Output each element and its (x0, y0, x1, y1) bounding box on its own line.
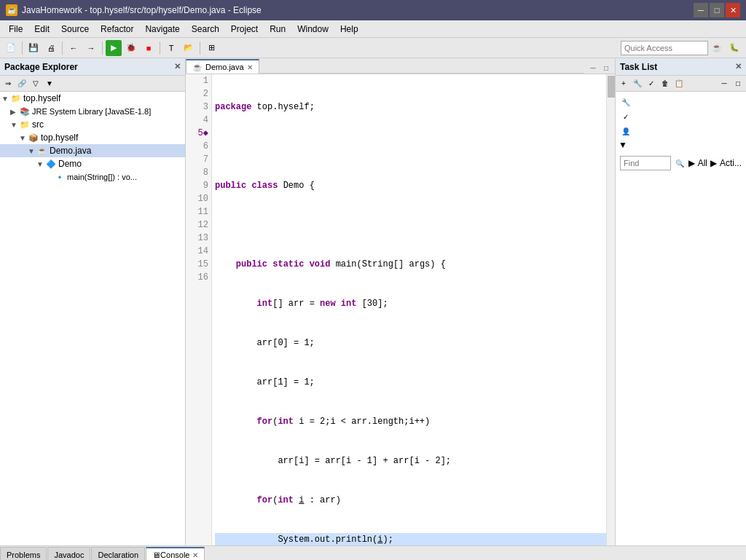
stop-button[interactable]: ■ (141, 40, 157, 56)
menu-source[interactable]: Source (55, 20, 95, 38)
tl-minimize[interactable]: ─ (718, 77, 731, 90)
open-resource-button[interactable]: 📂 (181, 40, 197, 56)
bottom-tab-console[interactable]: 🖥 Console ✕ (146, 547, 205, 560)
console-label: Console (160, 551, 189, 559)
next-edit-button[interactable]: → (83, 40, 99, 56)
prev-edit-button[interactable]: ← (66, 40, 82, 56)
icon-src: 📁 (19, 119, 31, 130)
tl-check2[interactable]: ✓ (619, 109, 633, 124)
debug-button[interactable]: 🐞 (123, 40, 139, 56)
bottom-tab-javadoc[interactable]: Javadoc (47, 547, 90, 560)
tree-item-demo-java[interactable]: ▼ ☕ Demo.java (0, 144, 185, 157)
tree-item-demo-class[interactable]: ▼ 🔷 Demo (0, 157, 185, 170)
tree-item-package[interactable]: ▼ 📦 top.hyself (0, 131, 185, 144)
icon-package: 📦 (28, 132, 39, 143)
perspective-button[interactable]: ⊞ (203, 40, 219, 56)
tab-close-demo[interactable]: ✕ (247, 63, 253, 71)
tl-find-input[interactable] (620, 156, 671, 170)
icon-demo-java: ☕ (36, 145, 48, 157)
pe-link-editor[interactable]: 🔗 (15, 77, 28, 90)
tl-filter-btn[interactable]: 🔧 (631, 77, 644, 90)
package-explorer-tab-close[interactable]: ✕ (174, 62, 181, 71)
maximize-button[interactable]: □ (710, 3, 724, 17)
window-controls: ─ □ ✕ (694, 3, 740, 17)
scrollbar-thumb[interactable] (608, 76, 615, 98)
label-package: top.hyself (41, 133, 78, 143)
code-line-2 (215, 140, 612, 153)
run-button[interactable]: ▶ (106, 40, 122, 56)
editor-tab-demo[interactable]: ☕ Demo.java ✕ (186, 59, 259, 74)
code-line-6: int[] arr = new int [30]; (215, 297, 612, 310)
menu-project[interactable]: Project (225, 20, 264, 38)
tl-add-task[interactable]: + (617, 77, 630, 90)
menu-file[interactable]: File (3, 20, 28, 38)
line-numbers: 1 2 3 4 5◆ 6 7 8 9 10 11 12 13 14 15 16 (186, 74, 212, 545)
label-demo-java: Demo.java (50, 146, 91, 156)
package-explorer-panel: Package Explorer ✕ ⇒ 🔗 ▽ ▼ ▼ 📁 top.hysel… (0, 58, 186, 545)
close-button[interactable]: ✕ (726, 3, 740, 17)
task-list-close[interactable]: ✕ (735, 62, 742, 71)
ln-6: 6 (186, 140, 208, 153)
tree-item-src[interactable]: ▼ 📁 src (0, 118, 185, 131)
icon-main: 🔹 (54, 171, 66, 183)
code-line-7: arr[0] = 1; (215, 336, 612, 350)
menu-search[interactable]: Search (186, 20, 225, 38)
tab-label-demo: Demo.java (205, 63, 244, 71)
tl-purge[interactable]: 📋 (672, 77, 686, 90)
menu-help[interactable]: Help (334, 20, 364, 38)
code-line-10: arr[i] = arr[i - 1] + arr[i - 2]; (215, 454, 612, 468)
pe-filter[interactable]: ▽ (29, 77, 42, 90)
editor-header-controls: ─ □ (584, 62, 615, 74)
tl-all-label[interactable]: All (698, 158, 707, 168)
tree-item-top-hyself[interactable]: ▼ 📁 top.hyself (0, 92, 185, 105)
code-line-1: package top.hyself; (215, 100, 612, 114)
pe-collapse-all[interactable]: ⇒ (1, 77, 15, 90)
print-button[interactable]: 🖨 (43, 40, 59, 56)
menu-refactor[interactable]: Refactor (95, 20, 139, 38)
task-list-title: Task List (620, 62, 657, 72)
arrow-src: ▼ (10, 121, 19, 129)
ln-15: 15 (186, 258, 208, 271)
tab-icon-demo: ☕ (192, 63, 203, 72)
console-tab-close[interactable]: ✕ (192, 551, 198, 559)
tl-toolbar: + 🔧 ✓ 🗑 📋 ─ □ (616, 76, 746, 92)
editor-maximize-btn[interactable]: □ (600, 62, 612, 74)
tl-mark-done[interactable]: ✓ (645, 77, 658, 90)
icon-jre: 📚 (19, 106, 31, 117)
vertical-scrollbar[interactable] (606, 74, 615, 545)
title-text: JavaHomework - top.hyself/src/top/hyself… (22, 5, 694, 15)
tl-delete[interactable]: 🗑 (659, 77, 672, 90)
save-button[interactable]: 💾 (25, 40, 42, 56)
editor-area: ☕ Demo.java ✕ ─ □ 1 2 3 4 5◆ 6 7 8 9 10 (186, 58, 615, 545)
perspective-debug-button[interactable]: 🐛 (726, 40, 743, 56)
tree-item-main-method[interactable]: ▶ 🔹 main(String[]) : vo... (0, 170, 185, 184)
editor-minimize-btn[interactable]: ─ (587, 62, 599, 74)
new-button[interactable]: 📄 (3, 40, 19, 56)
menu-run[interactable]: Run (264, 20, 291, 38)
perspective-java-button[interactable]: ☕ (708, 40, 726, 56)
tree-item-jre[interactable]: ▶ 📚 JRE System Library [JavaSE-1.8] (0, 105, 185, 118)
menu-navigate[interactable]: Navigate (139, 20, 185, 38)
minimize-button[interactable]: ─ (694, 3, 708, 17)
menu-window[interactable]: Window (291, 20, 334, 38)
tab-fill (260, 73, 584, 74)
ln-4: 4 (186, 114, 208, 127)
tl-right-buttons: ─ □ (718, 77, 745, 90)
quick-access-input[interactable] (621, 41, 708, 55)
code-line-4 (215, 218, 612, 232)
task-list-panel: Task List ✕ + 🔧 ✓ 🗑 📋 ─ □ 🔧 ✓ 👤 ▼ 🔍 ▶ (615, 58, 746, 545)
code-area[interactable]: package top.hyself; public class Demo { … (212, 74, 615, 545)
bottom-tab-problems[interactable]: Problems (0, 547, 47, 560)
tl-arrow-down: ▼ (619, 140, 743, 150)
toolbar-sep-4 (160, 42, 160, 55)
pe-view-menu[interactable]: ▼ (43, 77, 56, 90)
tl-maximize[interactable]: □ (731, 77, 745, 90)
tl-person[interactable]: 👤 (619, 124, 633, 138)
open-type-button[interactable]: T (163, 40, 179, 56)
tl-acti-label[interactable]: Acti... (720, 158, 742, 168)
tl-wrench[interactable]: 🔧 (619, 95, 633, 109)
menu-edit[interactable]: Edit (28, 20, 55, 38)
bottom-tab-declaration[interactable]: Declaration (91, 547, 145, 560)
tl-find-btn[interactable]: 🔍 (674, 157, 686, 170)
code-line-9: for(int i = 2;i < arr.length;i++) (215, 415, 612, 428)
